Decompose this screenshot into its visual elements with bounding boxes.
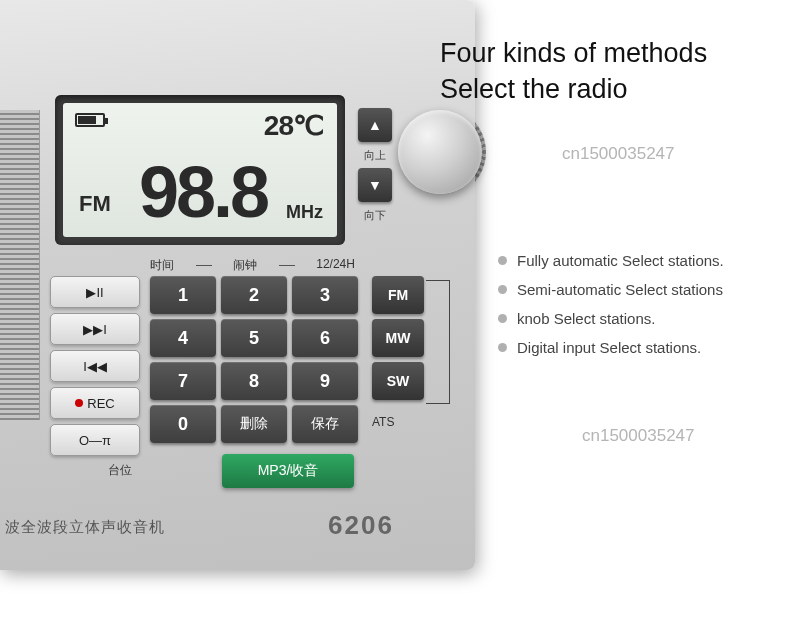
mp3-radio-button[interactable]: MP3/收音 bbox=[222, 454, 354, 488]
numeric-keypad: 1 2 3 4 5 6 7 8 9 0 删除 保存 bbox=[150, 276, 358, 443]
watermark-1: cn1500035247 bbox=[562, 144, 675, 164]
key-3[interactable]: 3 bbox=[292, 276, 358, 314]
key-save[interactable]: 保存 bbox=[292, 405, 358, 443]
temp-value: 28 bbox=[264, 110, 293, 141]
speaker-grille bbox=[0, 110, 40, 420]
watermark-2: cn1500035247 bbox=[582, 426, 695, 446]
info-heading: Four kinds of methods Select the radio bbox=[440, 35, 780, 108]
key-2[interactable]: 2 bbox=[221, 276, 287, 314]
key-9[interactable]: 9 bbox=[292, 362, 358, 400]
info-panel: Four kinds of methods Select the radio bbox=[440, 35, 780, 108]
heading-line-2: Select the radio bbox=[440, 74, 628, 104]
key-4[interactable]: 4 bbox=[150, 319, 216, 357]
lcd-screen: 28℃ FM 98.8 MHz bbox=[63, 103, 337, 237]
lcd-frequency: 98.8 bbox=[139, 151, 267, 233]
next-button[interactable]: ▶▶I bbox=[50, 313, 140, 345]
key-1[interactable]: 1 bbox=[150, 276, 216, 314]
prev-button[interactable]: I◀◀ bbox=[50, 350, 140, 382]
key-7[interactable]: 7 bbox=[150, 362, 216, 400]
lcd-temperature: 28℃ bbox=[264, 109, 323, 142]
band-bracket bbox=[426, 280, 450, 404]
radio-device: 28℃ FM 98.8 MHz ▲ ▼ 向上 向下 时间 闹钟 12/24H 1… bbox=[0, 0, 475, 570]
battery-icon bbox=[75, 113, 105, 127]
tuning-knob[interactable] bbox=[398, 110, 482, 194]
feature-item: Semi-automatic Select stations bbox=[498, 281, 724, 298]
alarm-label: 闹钟 bbox=[233, 257, 257, 274]
feature-item: Digital input Select stations. bbox=[498, 339, 724, 356]
format-label: 12/24H bbox=[316, 257, 355, 274]
lock-button[interactable]: O—π bbox=[50, 424, 140, 456]
band-column: FM MW SW bbox=[372, 276, 424, 400]
rec-label: REC bbox=[87, 396, 114, 411]
sw-button[interactable]: SW bbox=[372, 362, 424, 400]
key-6[interactable]: 6 bbox=[292, 319, 358, 357]
lcd-frame: 28℃ FM 98.8 MHz bbox=[55, 95, 345, 245]
ats-label: ATS bbox=[372, 415, 394, 429]
up-button[interactable]: ▲ bbox=[358, 108, 392, 142]
down-label: 向下 bbox=[358, 208, 392, 223]
model-number: 6206 bbox=[328, 510, 394, 541]
lcd-band: FM bbox=[79, 191, 111, 217]
station-label: 台位 bbox=[108, 462, 132, 479]
key-0[interactable]: 0 bbox=[150, 405, 216, 443]
heading-line-1: Four kinds of methods bbox=[440, 38, 707, 68]
temp-unit: ℃ bbox=[293, 110, 323, 141]
key-delete[interactable]: 删除 bbox=[221, 405, 287, 443]
rec-button[interactable]: REC bbox=[50, 387, 140, 419]
lcd-freq-unit: MHz bbox=[286, 202, 323, 223]
fm-button[interactable]: FM bbox=[372, 276, 424, 314]
mw-button[interactable]: MW bbox=[372, 319, 424, 357]
down-button[interactable]: ▼ bbox=[358, 168, 392, 202]
key-8[interactable]: 8 bbox=[221, 362, 287, 400]
playback-column: ▶II ▶▶I I◀◀ REC O—π bbox=[50, 276, 140, 456]
feature-item: knob Select stations. bbox=[498, 310, 724, 327]
feature-list: Fully automatic Select stations. Semi-au… bbox=[498, 240, 724, 368]
rec-dot-icon bbox=[75, 399, 83, 407]
keypad-header: 时间 闹钟 12/24H bbox=[150, 257, 355, 274]
device-description: 波全波段立体声收音机 bbox=[5, 518, 165, 537]
key-5[interactable]: 5 bbox=[221, 319, 287, 357]
feature-item: Fully automatic Select stations. bbox=[498, 252, 724, 269]
up-label: 向上 bbox=[358, 148, 392, 163]
play-pause-button[interactable]: ▶II bbox=[50, 276, 140, 308]
time-label: 时间 bbox=[150, 257, 174, 274]
